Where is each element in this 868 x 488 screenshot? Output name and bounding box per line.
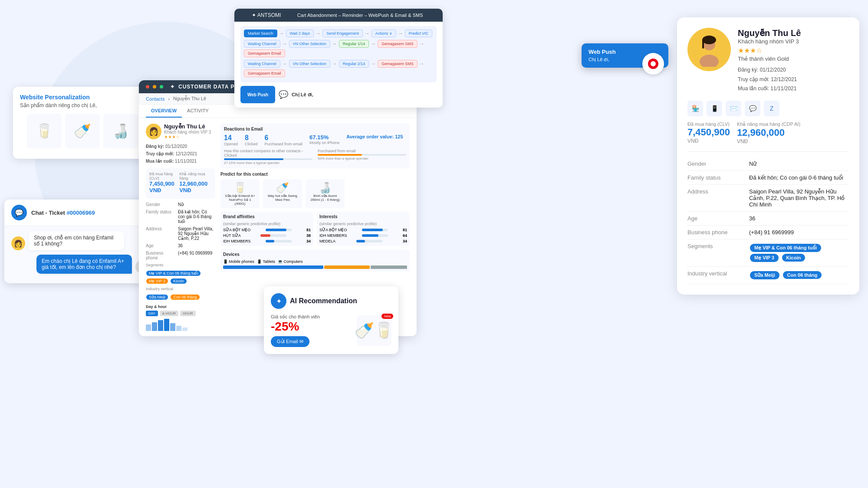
cdp-left-panel: 👩 Nguyễn Thu Lê Khách hàng nhóm VIP 3 ★★… bbox=[146, 123, 215, 331]
flow-sms[interactable]: Gemagasem SMS bbox=[378, 40, 418, 48]
cdp-seg-2[interactable]: Mẹ VIP 3 bbox=[146, 278, 168, 284]
flow-send[interactable]: Send Engagement bbox=[322, 29, 363, 37]
brand-row-2: HÚT SỮA 38 bbox=[223, 233, 311, 238]
bar-sun bbox=[182, 328, 187, 331]
flow-box-3a[interactable]: Waiting Channel bbox=[244, 60, 280, 68]
phone-row: Business phone (+84) 91 6969999 bbox=[687, 226, 849, 239]
web-push-btn[interactable]: Web Push bbox=[240, 86, 275, 103]
membership-level: Thẻ thành viên Gold bbox=[738, 56, 801, 62]
hour-tab[interactable]: HOUR bbox=[180, 311, 196, 316]
bar-fri bbox=[170, 323, 175, 331]
cdp-contact-row: 👩 Nguyễn Thu Lê Khách hàng nhóm VIP 3 ★★… bbox=[146, 123, 215, 139]
cdp-mini-details: Đăng ký: 01/12/2020 Truy cập mới: 12/12/… bbox=[146, 143, 215, 165]
cart-panel: ✦ ANTSOMI Cart Abandonment – Reminder – … bbox=[234, 9, 443, 108]
channel-icons-row: 🏪 📱 ✉️ 💬 Z bbox=[687, 101, 849, 116]
flow-predict[interactable]: Predict VIC bbox=[405, 29, 433, 37]
website-subtitle: Sản phẩm dành riêng cho chị Lê, bbox=[20, 102, 145, 108]
cdp-age: Age 36 bbox=[146, 243, 215, 248]
ai-product-emoji: 🍼 bbox=[355, 321, 374, 340]
product-2[interactable]: 🍼 bbox=[65, 114, 100, 148]
ai-rec-text: Giá sốc cho thành viên -25% Gửi Email ✉ bbox=[271, 314, 352, 347]
industry-tag-2[interactable]: Con 06 tháng bbox=[783, 271, 822, 279]
chat-bubble-icon: 💬 bbox=[279, 90, 288, 99]
cart-footer-row: Web Push 💬 Chị Lê ơi, bbox=[240, 86, 437, 103]
predict-section: Predict for this contact 🥛 Sữa bột Enfam… bbox=[220, 172, 410, 208]
ai-send-button[interactable]: Gửi Email ✉ bbox=[271, 336, 309, 347]
email-icon[interactable]: ✉️ bbox=[726, 101, 741, 116]
flow-vn[interactable]: VN Other Selection bbox=[289, 40, 330, 48]
messenger-icon[interactable]: 💬 bbox=[745, 101, 760, 116]
product-rec-2[interactable]: 🍼 Máy hút sữa Swing Maxi Flex bbox=[263, 179, 302, 208]
brand-bar-3 bbox=[266, 240, 274, 242]
product-emoji-1: 🥛 bbox=[36, 123, 53, 139]
day-tab[interactable]: DAY bbox=[146, 311, 158, 316]
user-message: 👩 Shop ơi, chỗ em còn hàng Enfamil số 1 … bbox=[11, 231, 149, 250]
cdp-family: Family status Đã kết hôn; Có con gái 0-6… bbox=[146, 210, 215, 224]
website-panel-title: Website Personalization bbox=[20, 94, 145, 101]
int-bar-bg-3 bbox=[356, 240, 382, 242]
mobile-icon[interactable]: 📱 bbox=[707, 101, 722, 116]
clicked-pct-stat: 67.15% Mostly on iPhone bbox=[309, 134, 339, 146]
tab-activity[interactable]: ACTIVITY bbox=[182, 105, 214, 118]
cart-body: Market Search → Wait 2 days → Send Engag… bbox=[234, 22, 443, 108]
computer-bar bbox=[371, 265, 407, 269]
flow-box-3d[interactable]: Gemagasem SMS bbox=[378, 60, 418, 68]
website-personalization-panel: Website Personalization Sản phẩm dành ri… bbox=[13, 87, 152, 159]
flow-action[interactable]: Actions ∨ bbox=[372, 29, 396, 37]
mobile-bar bbox=[223, 265, 323, 269]
flow-box-3e[interactable]: Gemagasem Email bbox=[244, 69, 285, 77]
industry-tag-1[interactable]: Sữa Meiji bbox=[750, 271, 779, 279]
cdp-max-dot[interactable] bbox=[160, 85, 163, 88]
tablet-bar bbox=[324, 265, 370, 269]
purchased-stat: 6 Purchased from email bbox=[265, 134, 303, 146]
chat-title: Chat - Ticket #00006969 bbox=[31, 210, 95, 216]
bot-message: 👨 Em chào chị Lê đang có Enfamil A+ giá … bbox=[11, 255, 149, 274]
day-hour-tabs: DAY & HOUR HOUR bbox=[146, 311, 215, 316]
user-bubble: Shop ơi, chỗ em còn hàng Enfamil số 1 kh… bbox=[29, 231, 124, 250]
segment-tag-2[interactable]: Mẹ VIP 3 bbox=[750, 254, 779, 262]
product-emoji-2: 🍼 bbox=[74, 123, 91, 139]
cdp-gender: Gender Nữ bbox=[146, 202, 215, 207]
product-3[interactable]: 🍶 bbox=[103, 114, 138, 148]
flow-start[interactable]: Market Search bbox=[244, 29, 277, 37]
zalo-icon[interactable]: Z bbox=[764, 101, 779, 116]
contact-name-breadcrumb: Nguyễn Thu Lê bbox=[173, 96, 206, 102]
svg-rect-7 bbox=[653, 59, 654, 61]
cdp-ind-1[interactable]: Sữa Meiji bbox=[146, 295, 168, 300]
flow-box-3c[interactable]: Regular 2/14 bbox=[339, 60, 369, 68]
cdp-close-dot[interactable] bbox=[146, 85, 149, 88]
brand-bar-2 bbox=[260, 234, 270, 237]
flow-email[interactable]: Gemagasem Email bbox=[244, 49, 285, 57]
brand-bar-1 bbox=[266, 229, 287, 231]
ai-discount-value: -25% bbox=[271, 320, 352, 334]
segment-tag-3[interactable]: Kicoin bbox=[782, 254, 806, 262]
ai-rec-header: ✦ AI Recommendation bbox=[271, 293, 391, 309]
flow-box-3b[interactable]: VN Other Selection bbox=[289, 60, 330, 68]
tablet-device: 📱 Tablets bbox=[257, 259, 275, 264]
flow-wait[interactable]: Wait 2 days bbox=[286, 29, 314, 37]
cart-panel-title: Cart Abandonment – Reminder – WebPush & … bbox=[283, 13, 437, 18]
cdp-seg-3[interactable]: Kicoin bbox=[171, 278, 187, 284]
family-row: Family status Đã kết hôn; Có con gái 0-6… bbox=[687, 171, 849, 185]
webpush-notification: Web Push Chị Lê ơi, bbox=[582, 43, 668, 68]
store-icon[interactable]: 🏪 bbox=[687, 101, 703, 116]
brand-interests-row: Brand affinities (similar generic predic… bbox=[220, 212, 410, 246]
ai-rec-body: Giá sốc cho thành viên -25% Gửi Email ✉ … bbox=[271, 314, 391, 347]
product-rec-3[interactable]: 🍶 Bình sữa Avent 260ml (1 - 6 tháng) bbox=[306, 179, 345, 208]
cdp-seg-1[interactable]: Mẹ VIP & Con 06 tháng tuổi bbox=[146, 271, 201, 276]
amp-tab[interactable]: & HOUR bbox=[160, 311, 178, 316]
flow-regular[interactable]: Regular 1/14 bbox=[339, 40, 369, 48]
segment-tag-1[interactable]: Mẹ VIP & Con 06 tháng tuổi bbox=[750, 244, 821, 252]
product-rec-1[interactable]: 🥛 Sữa bột Enfamil A+ NutroPro Số 1 (400G… bbox=[220, 179, 260, 208]
bar-wed bbox=[158, 320, 163, 331]
flow-waiting[interactable]: Waiting Channel bbox=[244, 40, 280, 48]
tab-overview[interactable]: OVERVIEW bbox=[146, 105, 182, 118]
purchased-comparison: Purchased from email 50% more than a typ… bbox=[318, 149, 406, 165]
purchased-bar-bg bbox=[318, 154, 406, 156]
int-bar-2 bbox=[362, 234, 378, 237]
product-1[interactable]: 🥛 bbox=[27, 114, 62, 148]
brand-affinities-block: Brand affinities (similar generic predic… bbox=[220, 212, 313, 246]
cdp-min-dot[interactable] bbox=[153, 85, 156, 88]
cdp-ind-2[interactable]: Con 06 tháng bbox=[171, 295, 199, 300]
contacts-link[interactable]: Contacts bbox=[146, 96, 164, 102]
